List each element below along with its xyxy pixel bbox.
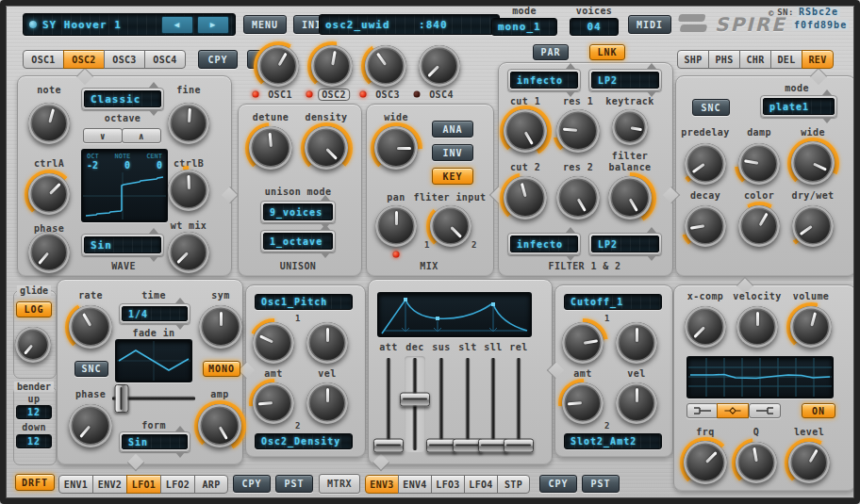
bender-up-value[interactable]: 12 [16,405,52,419]
select-down-arrow[interactable] [647,255,656,261]
tab-osc2[interactable]: OSC2 [63,50,105,69]
reverb-wide-knob[interactable] [791,141,835,185]
slot2-target2-display[interactable]: Slot2_Amt2 [564,433,662,449]
note-knob[interactable] [28,103,70,144]
slider-handle[interactable] [504,438,534,452]
pan-knob[interactable] [375,205,417,247]
lfo-rate-knob[interactable] [69,305,112,349]
env-sustain-slider[interactable] [427,356,455,452]
slot2-vel2-knob[interactable] [616,382,657,424]
lfo-mono-button[interactable]: MONO [203,361,240,377]
filter2-mode-select[interactable]: LP2 [588,233,662,255]
ctrl-b-knob[interactable] [168,170,209,211]
env-slope-level-slider[interactable] [479,356,507,452]
lfo-form-select[interactable]: Sin [119,431,190,452]
tab-osc1[interactable]: OSC1 [23,50,64,69]
slot2-vel1-knob[interactable] [616,322,657,364]
select-down-arrow[interactable] [175,324,185,330]
eq-lowshelf-button[interactable] [686,403,719,418]
filter-link-button[interactable]: LNK [589,44,625,60]
lfo-time-select[interactable]: 1/4 [119,303,190,324]
octave-up-button[interactable]: ∧ [122,128,161,143]
select-up-arrow[interactable] [822,89,832,95]
velocity-knob[interactable] [736,306,778,348]
tab-osc4[interactable]: OSC4 [144,50,186,69]
select-down-arrow[interactable] [822,118,832,123]
menu-button[interactable]: MENU [243,15,287,34]
fine-knob[interactable] [168,103,209,144]
keytrack-button[interactable]: KEY [432,168,473,185]
slot1-vel2-knob[interactable] [306,382,348,424]
select-up-arrow[interactable] [175,426,185,431]
cut2-knob[interactable] [504,176,547,219]
mod-paste-button-2[interactable]: PST [582,475,620,493]
osc2-level-knob[interactable] [311,45,353,87]
select-up-arrow[interactable] [149,82,158,88]
reverb-sync-button[interactable]: SNC [692,99,730,116]
tab-lfo2[interactable]: LFO2 [160,475,195,494]
mod-paste-button-1[interactable]: PST [275,475,313,493]
lfo-offset-slider[interactable] [112,384,195,413]
tab-arp[interactable]: ARP [194,475,228,494]
voices-display[interactable]: 04 [570,18,619,36]
select-up-arrow[interactable] [647,63,656,69]
unison-octave-select[interactable]: 1_octave [260,230,336,252]
density-knob[interactable] [305,126,348,170]
filter-balance-knob[interactable] [608,176,652,219]
matrix-button[interactable]: MTRX [319,474,360,494]
tab-phaser[interactable]: PHS [708,50,740,69]
slot1-amt2-knob[interactable] [253,382,294,424]
env-attack-slider[interactable] [374,356,403,452]
slider-handle[interactable] [400,392,430,406]
drywet-knob[interactable] [792,205,834,247]
frq-knob[interactable] [684,441,727,484]
slot1-target1-display[interactable]: Osc1_Pitch [255,294,353,310]
lfo-sym-knob[interactable] [199,305,242,349]
ctrl-a-knob[interactable] [28,173,70,215]
select-down-arrow[interactable] [149,256,158,262]
slot1-target2-display[interactable]: Osc2_Density [255,433,353,449]
tab-lfo4[interactable]: LFO4 [464,475,498,494]
eq-on-button[interactable]: ON [802,403,835,418]
tab-chorus[interactable]: CHR [739,50,771,69]
osc-copy-button[interactable]: CPY [198,50,238,69]
preset-prev-button[interactable]: ◀ [161,16,193,34]
select-up-arrow[interactable] [321,195,330,201]
tab-osc3[interactable]: OSC3 [104,50,145,69]
slider-handle[interactable] [114,384,128,413]
xcomp-knob[interactable] [685,306,726,348]
slider-handle[interactable] [373,438,404,452]
res2-knob[interactable] [556,176,600,219]
tab-delay[interactable]: DEL [770,50,802,69]
mod-copy-button-2[interactable]: CPY [539,475,577,493]
midi-button[interactable]: MIDI [628,15,671,34]
unison-voices-select[interactable]: 9_voices [260,201,336,223]
select-up-arrow[interactable] [149,228,158,234]
wt-mix-knob[interactable] [168,232,209,273]
damp-knob[interactable] [738,143,780,185]
tab-env3[interactable]: ENV3 [365,475,399,494]
tab-stp[interactable]: STP [497,475,530,494]
wave-phase-knob[interactable] [28,232,70,273]
tab-shaper[interactable]: SHP [677,50,709,69]
filter1-type-select[interactable]: infecto [507,69,581,91]
color-knob[interactable] [738,205,780,247]
octave-down-button[interactable]: ∨ [83,128,123,143]
predelay-knob[interactable] [685,143,726,185]
tab-env2[interactable]: ENV2 [92,475,127,494]
q-knob[interactable] [736,442,777,483]
filter-par-button[interactable]: PAR [533,44,569,60]
slot2-target1-display[interactable]: Cutoff_1 [564,294,662,310]
filter2-type-select[interactable]: infecto [507,233,581,255]
slot2-amt2-knob[interactable] [562,382,604,424]
select-up-arrow[interactable] [566,227,575,233]
drift-button[interactable]: DRFT [15,474,55,491]
preset-next-button[interactable]: ▶ [197,16,229,34]
mod-copy-button-1[interactable]: CPY [233,475,271,493]
osc3-level-knob[interactable] [365,45,406,87]
select-up-arrow[interactable] [647,227,656,233]
lfo-phase-knob[interactable] [69,404,112,447]
eq-peak-button[interactable] [717,403,749,418]
decay-knob[interactable] [685,205,726,247]
reverb-mode-select[interactable]: plate1 [760,95,837,118]
